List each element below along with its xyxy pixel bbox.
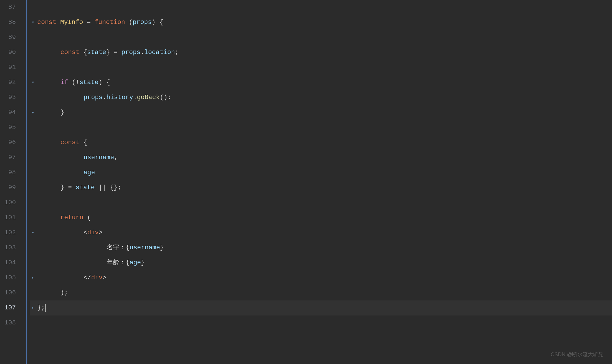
token-88-3: function (94, 18, 125, 27)
token-88-5: props (133, 18, 152, 27)
token-102-0: < (84, 228, 87, 238)
line-number-106: 106 (0, 285, 20, 300)
line-number-99: 99 (0, 180, 20, 195)
line-number-90: 90 (0, 45, 20, 60)
token-90-1: { (79, 48, 87, 57)
token-90-2: state (87, 48, 106, 57)
line-number-101: 101 (0, 210, 20, 225)
code-line-98: age (30, 165, 612, 180)
token-90-4: props (121, 48, 140, 57)
code-line-99: } = state || {}; (30, 180, 612, 195)
line-numbers: 8788899091929394959697989910010110210310… (0, 0, 26, 364)
code-line-100 (30, 195, 612, 210)
line-number-100: 100 (0, 195, 20, 210)
fold-indicator-92[interactable]: ▾ (30, 79, 36, 86)
code-line-104: 年龄：{age} (30, 255, 612, 270)
line-number-95: 95 (0, 120, 20, 135)
code-line-95 (30, 120, 612, 135)
code-line-89 (30, 30, 612, 45)
token-99-2: || {}; (95, 183, 121, 193)
token-99-0: } = (60, 183, 76, 193)
line-number-96: 96 (0, 135, 20, 150)
code-line-94: ▸} (30, 105, 612, 120)
token-88-4: ( (125, 18, 133, 27)
token-101-1: ( (83, 213, 91, 223)
token-97-0: username (84, 153, 114, 163)
line-number-94: 94 (0, 105, 20, 120)
line-number-97: 97 (0, 150, 20, 165)
token-90-3: } = (106, 48, 121, 57)
line-number-105: 105 (0, 270, 20, 285)
code-line-88: ▾const MyInfo = function (props) { (30, 15, 612, 30)
code-line-90: const {state} = props.location; (30, 45, 612, 60)
token-98-0: age (84, 168, 95, 178)
token-102-1: div (87, 228, 99, 238)
line-number-92: 92 (0, 75, 20, 90)
token-92-1: (! (68, 78, 79, 88)
token-106-0: ); (60, 288, 68, 298)
token-93-1: . (103, 93, 106, 103)
code-line-87 (30, 0, 612, 15)
code-line-92: ▾if (!state) { (30, 75, 612, 90)
token-105-2: > (103, 273, 106, 283)
line-number-107: 107 (0, 300, 20, 315)
line-number-88: 88 (0, 15, 20, 30)
token-104-0: 年龄：{ (107, 258, 129, 268)
token-104-2: } (141, 258, 145, 268)
token-93-4: goBack (137, 93, 160, 103)
token-92-2: state (79, 78, 99, 88)
line-number-103: 103 (0, 240, 20, 255)
fold-indicator-107[interactable]: ▸ (30, 305, 36, 311)
line-number-91: 91 (0, 60, 20, 75)
token-101-0: return (60, 213, 83, 223)
line-number-108: 108 (0, 315, 20, 330)
watermark: CSDN @断水流大斩兄 (551, 351, 603, 359)
fold-indicator-94[interactable]: ▸ (30, 109, 36, 116)
token-99-1: state (76, 183, 95, 193)
token-103-0: 名字：{ (107, 243, 129, 253)
code-line-108 (30, 315, 612, 330)
token-93-0: props (84, 93, 103, 103)
line-number-87: 87 (0, 0, 20, 15)
fold-indicator-88[interactable]: ▾ (30, 19, 36, 26)
token-93-3: . (133, 93, 137, 103)
token-102-2: > (99, 228, 103, 238)
line-number-104: 104 (0, 255, 20, 270)
token-92-0: if (60, 78, 68, 88)
code-area[interactable]: ▾const MyInfo = function (props) {const … (26, 0, 612, 364)
token-92-3: ) { (99, 78, 110, 88)
token-96-0: const (60, 138, 79, 148)
token-103-2: } (160, 243, 164, 253)
cursor (45, 304, 46, 312)
token-105-0: </ (84, 273, 91, 283)
code-line-101: return ( (30, 210, 612, 225)
token-107-0: }; (37, 303, 45, 313)
token-90-0: const (60, 48, 79, 57)
line-number-98: 98 (0, 165, 20, 180)
token-88-2: = (83, 18, 94, 27)
fold-indicator-105[interactable]: ▸ (30, 275, 36, 281)
code-line-93: props.history.goBack(); (30, 90, 612, 105)
code-line-91 (30, 60, 612, 75)
code-line-105: ▸</div> (30, 270, 612, 285)
token-88-0: const (37, 18, 60, 27)
code-line-107: ▸}; (30, 300, 612, 315)
token-88-6: ) { (152, 18, 163, 27)
token-90-6: location (144, 48, 175, 57)
code-editor: 8788899091929394959697989910010110210310… (0, 0, 612, 364)
token-97-1: , (114, 153, 118, 163)
code-line-106: ); (30, 285, 612, 300)
token-93-2: history (106, 93, 133, 103)
token-105-1: div (91, 273, 103, 283)
line-number-93: 93 (0, 90, 20, 105)
fold-indicator-102[interactable]: ▾ (30, 230, 36, 236)
token-104-1: age (129, 258, 141, 268)
token-93-5: (); (160, 93, 171, 103)
code-line-103: 名字：{username} (30, 240, 612, 255)
line-number-102: 102 (0, 225, 20, 240)
token-94-0: } (60, 108, 64, 118)
token-90-5: . (140, 48, 144, 57)
code-line-97: username, (30, 150, 612, 165)
line-number-89: 89 (0, 30, 20, 45)
token-103-1: username (129, 243, 160, 253)
